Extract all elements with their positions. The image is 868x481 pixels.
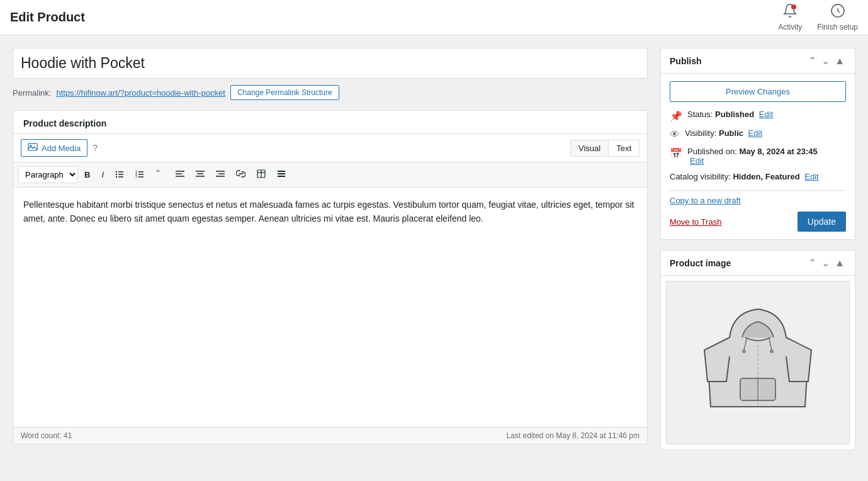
visibility-edit-link[interactable]: Edit bbox=[748, 128, 762, 138]
product-image-expand-btn[interactable]: ⌄ bbox=[820, 257, 831, 269]
link-btn[interactable] bbox=[231, 167, 251, 183]
preview-changes-btn[interactable]: Preview Changes bbox=[670, 81, 846, 102]
format-toolbar: Paragraph B I 1.2.3. " bbox=[13, 162, 647, 188]
product-image-panel: Product image ⌃ ⌄ ▲ bbox=[660, 250, 855, 450]
word-count: Word count: 41 bbox=[21, 431, 72, 440]
sidebar: Publish ⌃ ⌄ ▲ Preview Changes 📌 Status: … bbox=[660, 48, 855, 460]
align-center-icon bbox=[196, 170, 205, 178]
add-media-label: Add Media bbox=[42, 144, 81, 153]
activity-link[interactable]: Activity bbox=[778, 3, 802, 31]
published-on-row: 📅 Published on: May 8, 2024 at 23:45 Edi… bbox=[670, 147, 846, 166]
bold-btn[interactable]: B bbox=[79, 167, 95, 183]
paragraph-select[interactable]: Paragraph bbox=[18, 166, 78, 183]
calendar-icon: 📅 bbox=[670, 147, 682, 159]
toolbar-toggle-btn[interactable] bbox=[272, 166, 291, 183]
change-permalink-btn[interactable]: Change Permalink Structure bbox=[230, 85, 339, 100]
blockquote-btn[interactable]: " bbox=[150, 166, 169, 183]
page-title: Edit Product bbox=[10, 10, 85, 25]
editor-toolbar-top: Add Media ? Visual Text bbox=[13, 134, 647, 162]
align-right-icon bbox=[216, 170, 225, 178]
svg-rect-29 bbox=[278, 171, 285, 172]
editor-content[interactable]: Pellentesque habitant morbi tristique se… bbox=[13, 188, 647, 427]
product-image-placeholder[interactable] bbox=[666, 281, 850, 444]
panel-divider bbox=[670, 190, 846, 191]
editor-box-header: Product description bbox=[13, 111, 647, 134]
ordered-list-icon: 1.2.3. bbox=[135, 169, 144, 178]
top-bar: Edit Product Activity Finish setup bbox=[0, 0, 868, 35]
svg-rect-2 bbox=[28, 144, 37, 150]
product-image-svg bbox=[695, 293, 821, 432]
published-edit-link[interactable]: Edit bbox=[690, 156, 704, 166]
svg-point-36 bbox=[770, 349, 774, 353]
top-bar-left: Edit Product bbox=[10, 10, 85, 25]
status-edit-link[interactable]: Edit bbox=[759, 110, 773, 119]
svg-text:": " bbox=[156, 169, 160, 178]
toolbar-toggle-icon bbox=[277, 169, 286, 178]
visibility-icon: 👁 bbox=[670, 129, 680, 140]
published-on-text: Published on: May 8, 2024 at 23:45 Edit bbox=[687, 147, 818, 166]
catalog-text: Catalog visibility: Hidden, Featured Edi… bbox=[670, 172, 819, 181]
align-left-icon bbox=[176, 170, 184, 178]
publish-panel-expand-btn[interactable]: ⌄ bbox=[820, 55, 831, 67]
blockquote-icon: " bbox=[155, 169, 164, 178]
update-btn[interactable]: Update bbox=[798, 212, 846, 232]
add-media-icon bbox=[28, 143, 38, 153]
help-icon[interactable]: ? bbox=[93, 143, 98, 153]
move-to-trash-link[interactable]: Move to Trash bbox=[670, 217, 721, 227]
publish-panel-close-btn[interactable]: ▲ bbox=[833, 55, 846, 67]
last-edited: Last edited on May 8, 2024 at 11:46 pm bbox=[507, 431, 640, 440]
permalink-bar: Permalink: https://hifinow.art/?product=… bbox=[13, 85, 648, 100]
svg-point-8 bbox=[116, 176, 117, 178]
content-area: Permalink: https://hifinow.art/?product=… bbox=[13, 48, 648, 460]
finish-setup-icon bbox=[830, 3, 845, 21]
table-icon bbox=[257, 169, 266, 178]
product-image-collapse-btn[interactable]: ⌃ bbox=[807, 257, 818, 269]
svg-point-4 bbox=[116, 171, 117, 173]
product-image-close-btn[interactable]: ▲ bbox=[833, 257, 846, 269]
copy-to-draft-link[interactable]: Copy to a new draft bbox=[670, 196, 846, 205]
publish-panel-controls: ⌃ ⌄ ▲ bbox=[807, 55, 846, 67]
link-icon bbox=[236, 170, 245, 178]
tab-visual[interactable]: Visual bbox=[570, 140, 609, 157]
visibility-text: Visibility: Public Edit bbox=[685, 128, 762, 138]
unordered-list-btn[interactable] bbox=[110, 166, 129, 183]
add-media-btn[interactable]: Add Media bbox=[21, 139, 87, 157]
activity-label: Activity bbox=[778, 23, 802, 31]
finish-setup-link[interactable]: Finish setup bbox=[817, 3, 858, 31]
publish-panel-body: Preview Changes 📌 Status: Published Edit… bbox=[661, 74, 855, 239]
align-left-btn[interactable] bbox=[171, 167, 189, 183]
svg-text:3.: 3. bbox=[135, 174, 138, 178]
svg-point-0 bbox=[791, 4, 796, 9]
publish-panel: Publish ⌃ ⌄ ▲ Preview Changes 📌 Status: … bbox=[660, 48, 855, 240]
italic-btn[interactable]: I bbox=[96, 167, 109, 183]
publish-panel-title: Publish bbox=[670, 56, 702, 66]
action-row: Move to Trash Update bbox=[670, 209, 846, 232]
activity-icon bbox=[782, 3, 798, 21]
svg-point-35 bbox=[742, 349, 746, 353]
table-btn[interactable] bbox=[252, 166, 271, 183]
publish-panel-collapse-btn[interactable]: ⌃ bbox=[807, 55, 818, 67]
product-title-input[interactable] bbox=[13, 48, 648, 79]
align-right-btn[interactable] bbox=[211, 167, 230, 183]
finish-setup-label: Finish setup bbox=[817, 23, 858, 31]
top-bar-right: Activity Finish setup bbox=[778, 3, 858, 31]
ordered-list-btn[interactable]: 1.2.3. bbox=[130, 166, 149, 183]
product-image-panel-title: Product image bbox=[670, 258, 731, 268]
editor-footer: Word count: 41 Last edited on May 8, 202… bbox=[13, 427, 647, 444]
catalog-row: Catalog visibility: Hidden, Featured Edi… bbox=[670, 172, 846, 181]
product-image-wrap bbox=[661, 276, 855, 450]
catalog-edit-link[interactable]: Edit bbox=[804, 172, 818, 181]
permalink-url[interactable]: https://hifinow.art/?product=hoodie-with… bbox=[56, 88, 225, 98]
svg-point-6 bbox=[116, 174, 117, 175]
tab-text[interactable]: Text bbox=[609, 140, 640, 157]
status-row: 📌 Status: Published Edit bbox=[670, 110, 846, 122]
view-tabs: Visual Text bbox=[570, 140, 640, 157]
unordered-list-icon bbox=[115, 169, 124, 178]
status-text: Status: Published Edit bbox=[687, 110, 773, 119]
svg-rect-30 bbox=[278, 173, 285, 174]
visibility-row: 👁 Visibility: Public Edit bbox=[670, 128, 846, 140]
product-image-panel-header: Product image ⌃ ⌄ ▲ bbox=[661, 251, 855, 276]
status-icon: 📌 bbox=[670, 110, 682, 122]
permalink-label: Permalink: bbox=[13, 88, 51, 98]
align-center-btn[interactable] bbox=[191, 167, 210, 183]
